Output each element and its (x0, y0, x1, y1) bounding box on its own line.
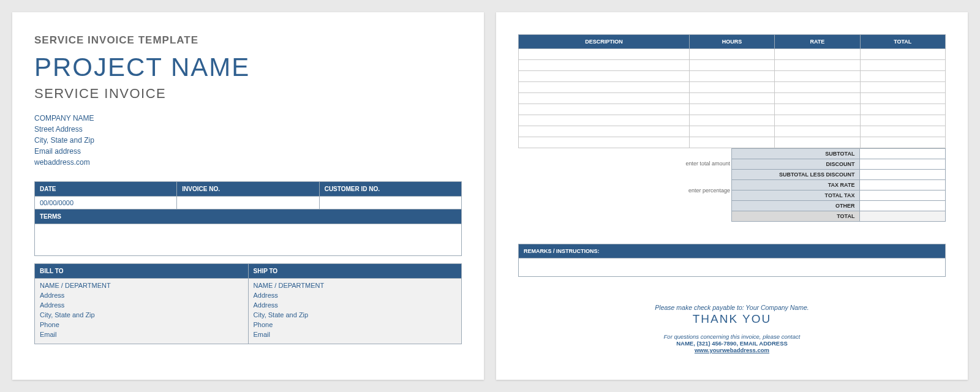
col-description: DESCRIPTION (519, 35, 690, 49)
label-subtotal: SUBTOTAL (732, 149, 860, 159)
table-row[interactable] (519, 126, 946, 137)
company-email: Email address (34, 146, 462, 157)
terms-header: TERMS (34, 209, 462, 224)
header-invoice-no: INVOICE NO. (177, 182, 319, 196)
ship-line: Phone (254, 320, 457, 330)
bill-line: City, State and Zip (40, 311, 243, 320)
bill-line: Address (40, 301, 243, 311)
party-headers: BILL TO SHIP TO (34, 263, 462, 279)
hint-percent: enter percentage (685, 187, 730, 194)
footer-questions: For questions concerning this invoice, p… (518, 333, 946, 340)
ship-to-col[interactable]: NAME / DEPARTMENT Address Address City, … (249, 279, 462, 344)
terms-body[interactable] (34, 224, 462, 256)
value-date[interactable]: 00/00/0000 (35, 197, 177, 209)
table-row[interactable] (519, 71, 946, 82)
company-name: COMPANY NAME (34, 113, 462, 124)
ship-line: Address (254, 291, 457, 301)
footer-contact: NAME, (321) 456-7890, EMAIL ADDRESS (518, 340, 946, 347)
company-web: webaddress.com (34, 157, 462, 168)
footer-url[interactable]: www.yourwebaddress.com (518, 347, 946, 353)
val-tax-rate[interactable] (860, 180, 946, 190)
header-customer-id: CUSTOMER ID NO. (320, 182, 461, 196)
totals-wrap: enter total amount enter percentage SUBT… (518, 148, 946, 222)
label-total: TOTAL (732, 211, 860, 222)
bill-to-col[interactable]: NAME / DEPARTMENT Address Address City, … (35, 279, 249, 344)
table-row[interactable] (519, 104, 946, 115)
header-date: DATE (35, 182, 177, 196)
table-row[interactable] (519, 82, 946, 93)
project-name: PROJECT NAME (34, 53, 462, 82)
totals-hints: enter total amount enter percentage (685, 148, 730, 194)
label-tax-rate: TAX RATE (732, 180, 860, 190)
subtitle: SERVICE INVOICE (34, 86, 462, 102)
company-street: Street Address (34, 124, 462, 135)
bill-line: Email (40, 330, 243, 340)
col-rate: RATE (775, 35, 860, 49)
info-header-row: DATE INVOICE NO. CUSTOMER ID NO. (34, 181, 462, 197)
table-row[interactable] (519, 137, 946, 148)
val-discount[interactable] (860, 159, 946, 170)
footer: Please make check payable to: Your Compa… (518, 304, 946, 353)
val-subtotal[interactable] (860, 149, 946, 159)
bill-line: Address (40, 291, 243, 301)
footer-thank-you: THANK YOU (518, 312, 946, 326)
ship-line: NAME / DEPARTMENT (254, 281, 457, 291)
table-row[interactable] (519, 115, 946, 126)
table-row[interactable] (519, 60, 946, 71)
ship-to-header: SHIP TO (249, 264, 462, 278)
invoice-page-1: SERVICE INVOICE TEMPLATE PROJECT NAME SE… (12, 12, 484, 380)
line-items-table: DESCRIPTION HOURS RATE TOTAL (518, 34, 946, 148)
val-other[interactable] (860, 201, 946, 211)
val-total[interactable] (860, 211, 946, 222)
party-body: NAME / DEPARTMENT Address Address City, … (34, 279, 462, 344)
ship-line: City, State and Zip (254, 311, 457, 320)
hint-amount: enter total amount (685, 160, 730, 167)
footer-payable: Please make check payable to: Your Compa… (518, 304, 946, 311)
remarks-body[interactable] (518, 258, 946, 277)
col-hours: HOURS (689, 35, 774, 49)
table-row[interactable] (519, 93, 946, 104)
value-invoice-no[interactable] (177, 197, 319, 209)
table-row[interactable] (519, 49, 946, 60)
bill-line: NAME / DEPARTMENT (40, 281, 243, 291)
ship-line: Address (254, 301, 457, 311)
bill-to-header: BILL TO (35, 264, 249, 278)
bill-line: Phone (40, 320, 243, 330)
val-total-tax[interactable] (860, 190, 946, 201)
company-csz: City, State and Zip (34, 135, 462, 146)
ship-line: Email (254, 330, 457, 340)
val-subtotal-less-discount[interactable] (860, 170, 946, 180)
remarks-header: REMARKS / INSTRUCTIONS: (518, 244, 946, 258)
company-block: COMPANY NAME Street Address City, State … (34, 113, 462, 168)
info-value-row: 00/00/0000 (34, 197, 462, 209)
invoice-page-2: DESCRIPTION HOURS RATE TOTAL enter total… (496, 12, 968, 380)
totals-table: SUBTOTAL DISCOUNT SUBTOTAL LESS DISCOUNT… (731, 148, 946, 222)
label-other: OTHER (732, 201, 860, 211)
col-total: TOTAL (860, 35, 945, 49)
label-discount: DISCOUNT (732, 159, 860, 170)
value-customer-id[interactable] (320, 197, 461, 209)
template-title: SERVICE INVOICE TEMPLATE (34, 34, 462, 47)
label-total-tax: TOTAL TAX (732, 190, 860, 201)
label-subtotal-less-discount: SUBTOTAL LESS DISCOUNT (732, 170, 860, 180)
line-items-body (519, 49, 946, 148)
